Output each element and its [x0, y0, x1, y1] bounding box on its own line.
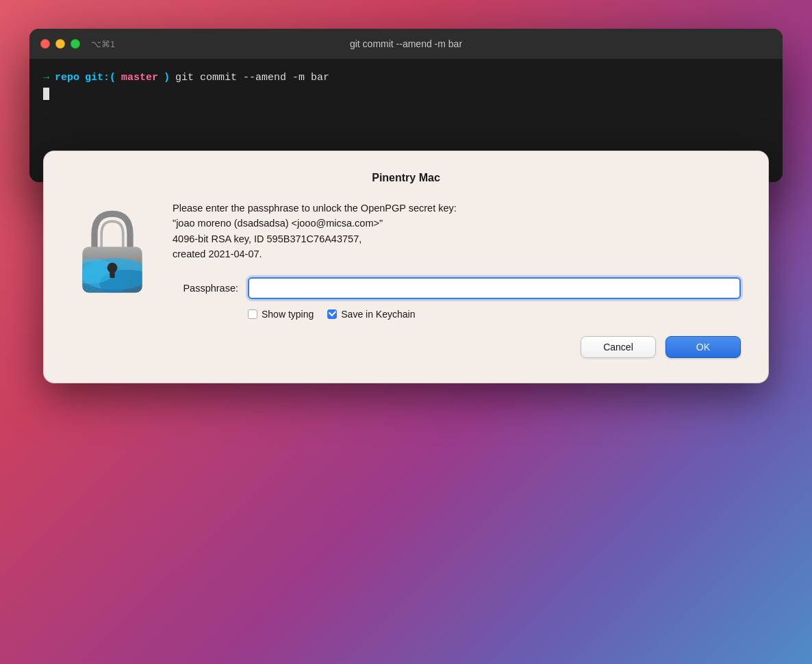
- dialog-body: Please enter the passphrase to unlock th…: [71, 201, 741, 358]
- prompt-arrow: →: [43, 70, 49, 86]
- show-typing-checkbox[interactable]: [248, 309, 257, 319]
- prompt-git: git:(: [85, 70, 116, 86]
- keyboard-shortcut: ⌥⌘1: [91, 39, 115, 49]
- dialog-title: Pinentry Mac: [71, 172, 741, 184]
- show-typing-label: Show typing: [262, 309, 314, 320]
- terminal-line: → repo git:(master) git commit --amend -…: [43, 70, 769, 86]
- save-keychain-checkbox-item[interactable]: Save in Keychain: [327, 309, 415, 320]
- terminal-titlebar: ⌥⌘1 git commit --amend -m bar: [29, 29, 783, 59]
- passphrase-row: Passphrase:: [173, 277, 741, 299]
- cancel-button[interactable]: Cancel: [581, 336, 656, 358]
- pinentry-dialog: Pinentry Mac: [43, 151, 769, 383]
- close-button[interactable]: [40, 39, 50, 49]
- traffic-lights: [40, 39, 80, 49]
- terminal-command: git commit --amend -m bar: [175, 70, 329, 86]
- maximize-button[interactable]: [71, 39, 80, 49]
- prompt-branch: master: [121, 70, 158, 86]
- lock-icon-container: [71, 207, 153, 296]
- buttons-row: Cancel OK: [173, 336, 741, 358]
- save-keychain-checkbox[interactable]: [327, 309, 337, 319]
- show-typing-checkbox-item[interactable]: Show typing: [248, 309, 314, 320]
- terminal-cursor: [43, 88, 49, 100]
- passphrase-input[interactable]: [248, 277, 741, 299]
- ok-button[interactable]: OK: [665, 336, 741, 358]
- passphrase-label: Passphrase:: [173, 283, 238, 294]
- save-keychain-label: Save in Keychain: [341, 309, 415, 320]
- minimize-button[interactable]: [55, 39, 65, 49]
- dialog-content: Please enter the passphrase to unlock th…: [173, 201, 741, 358]
- svg-rect-7: [110, 270, 114, 278]
- checkboxes-row: Show typing Save in Keychain: [248, 309, 741, 320]
- dialog-description: Please enter the passphrase to unlock th…: [173, 201, 741, 262]
- window-title: git commit --amend -m bar: [350, 38, 462, 49]
- lock-icon: [75, 207, 150, 296]
- prompt-close-paren: ): [164, 70, 170, 86]
- cursor-line: [43, 88, 769, 100]
- prompt-repo: repo: [55, 70, 79, 86]
- dialog-overlay: Pinentry Mac: [29, 151, 783, 383]
